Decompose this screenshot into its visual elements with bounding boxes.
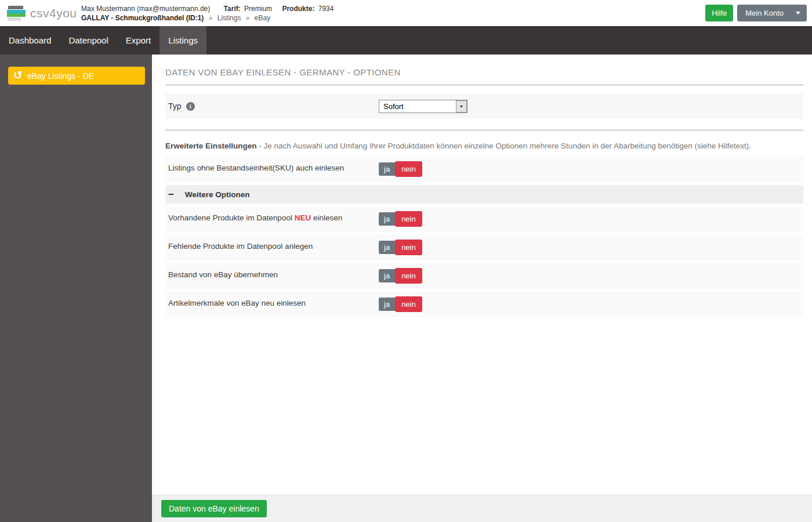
account-dropdown-button[interactable]: Mein Konto	[737, 5, 807, 21]
breadcrumb-separator: »	[209, 14, 213, 22]
breadcrumb-ebay-link[interactable]: eBay	[255, 14, 270, 22]
advanced-settings-description: - Je nach Auswahl und Umfang Ihrer Produ…	[257, 142, 752, 150]
toggle-ja-button[interactable]: ja	[379, 241, 395, 254]
toggle-nein-button[interactable]: nein	[395, 211, 422, 227]
advanced-settings-text: Erweiterte Einstellungen - Je nach Auswa…	[165, 140, 803, 152]
breadcrumb: GALLAY - Schmuckgroßhandel (ID:1) » List…	[81, 13, 334, 23]
app-header: csv4you Max Mustermann (max@mustermann.d…	[0, 0, 812, 26]
option-label-suffix: einlesen	[311, 213, 342, 222]
sidebar: ↺ eBay Listings - DE	[0, 55, 152, 522]
toggle-fehlende: ja nein	[379, 240, 422, 255]
select-arrow-icon: ▼	[456, 100, 467, 113]
toggle-neu: ja nein	[379, 211, 422, 227]
option-label: Vorhandene Produkte im Datenpool NEU ein…	[168, 211, 379, 222]
breadcrumb-account: GALLAY - Schmuckgroßhandel (ID:1)	[81, 14, 204, 22]
ebay-listings-de-button[interactable]: ↺ eBay Listings - DE	[8, 67, 145, 85]
toggle-artikelmerkmale: ja nein	[379, 296, 422, 312]
option-label: Listings ohne Bestandseinheit(SKU) auch …	[168, 161, 379, 172]
caret-down-icon	[791, 5, 807, 21]
logo-text: csv4you	[30, 6, 77, 20]
option-label-highlight: NEU	[295, 213, 311, 222]
tarif-value: Premium	[244, 5, 272, 13]
advanced-settings-heading: Erweiterte Einstellungen	[165, 142, 257, 150]
help-button[interactable]: Hilfe	[705, 5, 733, 21]
main-navbar: Dashboard Datenpool Export Listings	[0, 26, 812, 55]
logo-bars-icon	[7, 5, 26, 21]
page-title: DATEN VON EBAY EINLESEN - GERMANY - OPTI…	[165, 67, 803, 77]
toggle-nein-button[interactable]: nein	[395, 161, 422, 177]
typ-select-value: Sofort	[379, 102, 456, 111]
daten-einlesen-button[interactable]: Daten von eBay einlesen	[161, 500, 267, 517]
toggle-sku: ja nein	[379, 161, 422, 177]
ebay-listings-de-label: eBay Listings - DE	[27, 71, 94, 81]
typ-row: Typ i Sofort ▼	[165, 93, 803, 119]
toggle-bestand: ja nein	[379, 268, 422, 284]
info-icon[interactable]: i	[186, 102, 195, 111]
breadcrumb-listings-link[interactable]: Listings	[217, 14, 241, 22]
option-row-sku: Listings ohne Bestandseinheit(SKU) auch …	[165, 157, 803, 182]
produkte-label: Produkte:	[282, 5, 314, 13]
action-footer: Daten von eBay einlesen	[152, 495, 812, 522]
toggle-ja-button[interactable]: ja	[379, 162, 395, 176]
toggle-nein-button[interactable]: nein	[395, 240, 422, 255]
option-label: Artikelmerkmale von eBay neu einlesen	[168, 296, 379, 307]
typ-label: Typ	[168, 102, 182, 111]
option-label-prefix: Vorhandene Produkte im Datenpool	[168, 213, 295, 222]
user-info-block: Max Mustermann (max@mustermann.de) Tarif…	[81, 4, 334, 23]
nav-item-datenpool[interactable]: Datenpool	[60, 26, 117, 55]
option-label: Bestand von eBay übernehmen	[168, 268, 379, 279]
toggle-ja-button[interactable]: ja	[379, 212, 395, 226]
refresh-icon: ↺	[13, 70, 23, 81]
toggle-ja-button[interactable]: ja	[379, 298, 395, 311]
csv4you-logo[interactable]: csv4you	[7, 5, 80, 21]
toggle-nein-button[interactable]: nein	[395, 296, 422, 312]
weitere-optionen-header: − Weitere Optionen	[165, 185, 803, 204]
option-row-bestand: Bestand von eBay übernehmen ja nein	[165, 263, 803, 289]
option-row-neu: Vorhandene Produkte im Datenpool NEU ein…	[165, 206, 803, 232]
main-content: DATEN VON EBAY EINLESEN - GERMANY - OPTI…	[152, 55, 812, 495]
typ-select[interactable]: Sofort ▼	[379, 100, 467, 113]
nav-item-dashboard[interactable]: Dashboard	[0, 26, 60, 55]
option-row-fehlende: Fehlende Produkte im Datenpool anlegen j…	[165, 235, 803, 260]
account-button-label: Mein Konto	[737, 5, 791, 21]
toggle-nein-button[interactable]: nein	[395, 268, 422, 284]
produkte-value: 7934	[318, 5, 334, 13]
option-row-artikelmerkmale: Artikelmerkmale von eBay neu einlesen ja…	[165, 292, 803, 317]
divider	[165, 129, 803, 131]
group-title: Weitere Optionen	[185, 190, 250, 199]
divider	[165, 84, 803, 86]
user-name: Max Mustermann (max@mustermann.de)	[81, 5, 210, 13]
nav-item-export[interactable]: Export	[117, 26, 160, 55]
collapse-minus-icon[interactable]: −	[168, 190, 174, 200]
nav-item-listings[interactable]: Listings	[160, 26, 206, 55]
tarif-label: Tarif:	[224, 5, 241, 13]
breadcrumb-separator: »	[246, 14, 250, 22]
toggle-ja-button[interactable]: ja	[379, 269, 395, 282]
option-label: Fehlende Produkte im Datenpool anlegen	[168, 240, 379, 251]
